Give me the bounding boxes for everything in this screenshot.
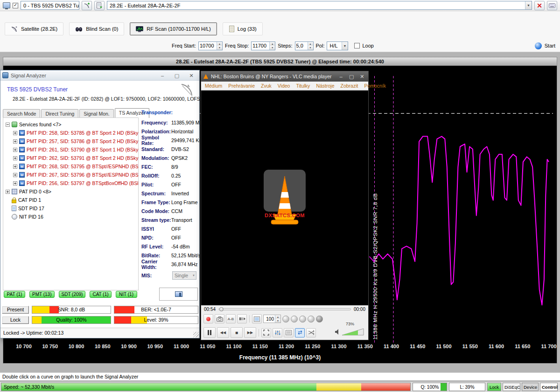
fullscreen-button[interactable] [261,328,271,337]
knob-button[interactable] [308,316,315,323]
spin-down-icon[interactable]: ▼ [275,319,280,323]
record-button[interactable] [203,314,213,323]
spin-up-icon[interactable]: ▲ [275,315,280,319]
tree-item-service[interactable]: M PMT PID: 261, SID: 53790 @ BT Sport 1 … [13,145,138,154]
minimize-button[interactable]: – [156,71,168,80]
loop-checkbox[interactable] [354,43,360,48]
vlc-menu-item[interactable]: Zvuk [261,83,272,89]
add-transponder-button[interactable] [82,1,92,10]
effects-button[interactable] [273,328,282,337]
tree-item[interactable]: CAT PID 1 [6,196,138,204]
vlc-menu-item[interactable]: Video [278,83,290,89]
close-button[interactable]: ✕ [358,72,366,81]
knob-button[interactable] [291,316,298,323]
stop-button[interactable]: ■ [231,327,243,338]
pid-count-badge[interactable]: NIT (1) [116,291,137,298]
close-button[interactable]: ✕ [185,71,197,80]
pid-count-badge[interactable]: CAT (1) [90,291,111,298]
device-box[interactable] [159,288,198,301]
spin-down-icon[interactable]: ▼ [217,46,222,50]
vlc-menu-item[interactable]: Zobrazit [340,83,358,89]
tab-blind-scan[interactable]: Blind Scan (0) [69,22,124,35]
diseqc-button[interactable]: DiSEqC [503,383,520,391]
spin-up-icon[interactable]: ▲ [217,42,222,46]
freq-start-input[interactable] [199,42,217,50]
minimize-button[interactable]: – [337,72,345,81]
snapshot-button[interactable] [215,314,224,323]
expand-icon[interactable] [13,131,17,135]
show-playlist-button[interactable] [284,328,294,337]
tree-item-service[interactable]: M PMT PID: 268, SID: 53795 @ BTSpt//ESPN… [13,162,138,171]
pol-select[interactable]: H/L ▼ [327,41,348,50]
tree-item-service[interactable]: M PMT PID: 262, SID: 53791 @ BT Sport 2 … [13,154,138,162]
expand-icon[interactable] [13,165,17,169]
ab-loop-button[interactable]: A-B [226,314,236,323]
volume-slider[interactable] [342,328,365,336]
vlc-titlebar[interactable]: NHL: Boston Bruins @ NY Rangers - VLC me… [201,71,368,82]
expand-icon[interactable] [13,156,17,160]
frame-by-frame-button[interactable] [237,314,247,323]
present-button[interactable]: Present [2,306,29,314]
shuffle-button[interactable] [306,328,316,337]
volume-control[interactable] [335,328,365,336]
maximize-button[interactable]: ▢ [348,72,356,81]
pid-count-badge[interactable]: PAT (1) [4,291,25,298]
steps-arrows[interactable]: ▲▼ [308,42,313,50]
expand-icon[interactable] [13,181,17,186]
mis-select[interactable]: Single ▼ [172,271,196,280]
spin-down-icon[interactable]: ▼ [270,46,275,50]
tab-log[interactable]: Log (33) [223,22,263,35]
control-button[interactable]: Control 0 [540,383,558,391]
start-button[interactable]: Start [545,43,555,48]
spin-down-icon[interactable]: ▼ [308,46,313,50]
vlc-window[interactable]: NHL: Boston Bruins @ NY Rangers - VLC me… [201,71,369,340]
tab-direct-tuning[interactable]: Direct Tuning [41,109,78,117]
expand-icon[interactable] [13,148,17,152]
lock-button[interactable]: Lock [2,316,29,324]
vlc-video-area[interactable]: DXSATCS.COM [201,90,368,305]
spectrum-curve[interactable] [369,137,549,305]
tab-signal-mon[interactable]: Signal Mon. [79,109,113,117]
knob-button[interactable] [299,316,306,323]
steps-input[interactable] [295,42,308,50]
seek-handle[interactable] [219,307,224,311]
tree-item-service[interactable]: M PMT PID: 267, SID: 53796 @ BTSpt//ESPN… [13,171,138,179]
tab-rf-scan[interactable]: RF Scan (10700-11700 H/L) [130,22,217,35]
device-button[interactable]: Device [522,383,539,391]
pause-button[interactable] [203,327,216,338]
collapse-icon[interactable] [6,123,10,127]
chevron-down-icon[interactable]: ▼ [525,1,532,9]
tree-item-service[interactable]: M PMT PID: 258, SID: 53785 @ BT Sport 2 … [13,129,138,137]
next-button[interactable]: ▶▶ [244,327,256,338]
tree-item[interactable]: NIT PID 16 [6,213,138,221]
tab-search-mode[interactable]: Search Mode [3,109,40,117]
edit-list-button[interactable] [94,1,105,10]
vlc-menu-item[interactable]: Prehrávanie [228,83,255,89]
lock-indicator-button[interactable]: Lock [487,383,501,391]
tab-satellite[interactable]: Satellite (28.2E) [5,22,63,35]
freq-stop-arrows[interactable]: ▲▼ [269,42,275,50]
resize-grip[interactable] [193,332,199,337]
keyboard-button[interactable] [547,1,557,10]
chevron-down-icon[interactable]: ▼ [342,42,348,50]
freq-start-arrows[interactable]: ▲▼ [217,42,222,50]
tuner-select[interactable]: 0 - TBS 5925 DVBS2 Tuner ▼ [21,1,79,10]
rate-arrows[interactable]: ▲▼ [275,315,280,323]
signal-analyzer-window[interactable]: Signal Analyzer – ▢ ✕ TBS 5925 DVBS2 Tun… [0,70,200,338]
vlc-menu-item[interactable]: Pomocník [364,83,386,89]
tree-item[interactable]: SDT PID 17 [6,204,138,213]
tree-item-service[interactable]: M PMT PID: 256, SID: 53797 @ BTSptBoxOff… [13,179,138,187]
vlc-menu-item[interactable]: Titulky [296,83,310,89]
pid-count-badge[interactable]: PMT (13) [29,291,55,298]
knob-button[interactable] [316,316,323,323]
vlc-menu-item[interactable]: Médium [205,83,222,89]
freq-stop-input[interactable] [252,42,269,50]
tuner-enabled-checkbox[interactable] [13,3,18,8]
maximize-button[interactable]: ▢ [171,71,183,80]
seek-slider[interactable] [218,308,351,310]
expand-icon[interactable] [13,173,17,177]
playlist-button[interactable] [252,314,262,323]
spin-up-icon[interactable]: ▲ [270,42,275,46]
rate-input[interactable] [264,315,275,323]
knob-button[interactable] [282,316,289,323]
